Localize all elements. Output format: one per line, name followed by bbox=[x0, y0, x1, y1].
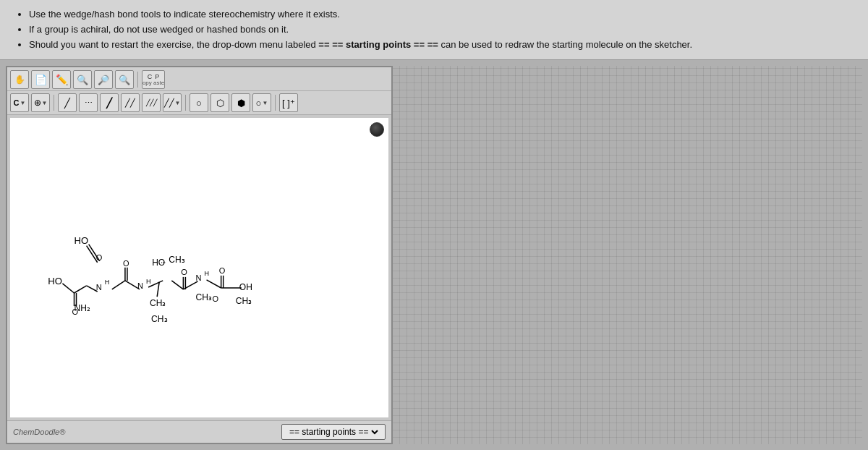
toolbar-row1: ✋ 📄 ✏️ 🔍 🔎 � bbox=[7, 67, 391, 91]
circle-icon: ○ bbox=[196, 98, 202, 109]
dotted-line-icon: ⋯ bbox=[85, 98, 93, 108]
shapes-icon: ○ bbox=[256, 98, 262, 109]
instructions-panel: Use the wedge/hash bond tools to indicat… bbox=[0, 0, 868, 60]
svg-text:O: O bbox=[96, 253, 103, 262]
starting-points-select[interactable]: == starting points == bbox=[286, 426, 380, 438]
bold-bond-button[interactable]: ╱ bbox=[100, 93, 119, 112]
canvas-footer: ChemDoodle® == starting points == bbox=[7, 420, 391, 443]
svg-text:O: O bbox=[219, 266, 226, 275]
draw-tool-button[interactable]: ✏️ bbox=[52, 70, 71, 89]
svg-line-28 bbox=[171, 281, 183, 289]
single-bond-icon: ╱ bbox=[64, 98, 70, 109]
plus-dropdown-button[interactable]: ⊕ ▼ bbox=[31, 93, 50, 112]
svg-text:,,,: ,,, bbox=[161, 258, 166, 264]
lasso-icon: 🔍 bbox=[77, 75, 88, 85]
shapes-dropdown-button[interactable]: ○ ▼ bbox=[252, 93, 271, 112]
plus-dropdown-arrow: ▼ bbox=[42, 100, 48, 106]
svg-text:HO: HO bbox=[75, 235, 89, 246]
right-panel bbox=[393, 66, 862, 444]
magnify-icon: 🔎 bbox=[98, 75, 109, 85]
plus-icon: ⊕ bbox=[34, 98, 41, 108]
hexagon-icon: ⬢ bbox=[237, 98, 245, 109]
separator-3 bbox=[185, 95, 186, 111]
separator-4 bbox=[275, 95, 276, 111]
svg-text:O: O bbox=[213, 294, 219, 303]
magnify-tool-button[interactable]: 🔎 bbox=[94, 70, 113, 89]
bond-dropdown-arrow: ▼ bbox=[175, 100, 181, 106]
pentagon-shape-button[interactable]: ⬡ bbox=[210, 93, 229, 112]
bond-type-icon: ╱╱ bbox=[164, 98, 174, 108]
chemdoodle-watermark: ChemDoodle® bbox=[13, 428, 65, 436]
svg-line-17 bbox=[112, 281, 125, 289]
hand-icon: ✋ bbox=[14, 75, 25, 85]
bond-type-dropdown-button[interactable]: ╱╱ ▼ bbox=[163, 93, 182, 112]
separator-2 bbox=[54, 95, 54, 111]
hand-tool-button[interactable]: ✋ bbox=[10, 70, 29, 89]
svg-text:N: N bbox=[195, 273, 201, 282]
shapes-dropdown-arrow: ▼ bbox=[262, 100, 268, 106]
svg-line-37 bbox=[207, 280, 221, 288]
svg-text:H: H bbox=[105, 279, 110, 286]
double-bond-button[interactable]: ╱╱ bbox=[121, 93, 140, 112]
triple-bond-icon: ╱╱╱ bbox=[146, 99, 157, 106]
svg-text:CH₃: CH₃ bbox=[169, 255, 184, 265]
double-bond-icon: ╱╱ bbox=[125, 98, 135, 108]
svg-text:N: N bbox=[137, 281, 143, 290]
single-bond-button[interactable]: ╱ bbox=[58, 93, 77, 112]
carbon-label: C bbox=[14, 98, 20, 107]
carbon-dropdown-arrow: ▼ bbox=[20, 100, 26, 106]
pencil-icon: ✏️ bbox=[56, 74, 68, 85]
triple-bond-button[interactable]: ╱╱╱ bbox=[142, 93, 161, 112]
svg-text:NH₂: NH₂ bbox=[75, 304, 90, 314]
toolbar-row1-icons: ✋ 📄 ✏️ 🔍 🔎 � bbox=[10, 70, 165, 89]
pentagon-icon: ⬡ bbox=[216, 98, 224, 109]
svg-text:CH₃: CH₃ bbox=[236, 296, 252, 306]
carbon-dropdown-button[interactable]: C ▼ bbox=[10, 93, 29, 112]
svg-text:CH₃: CH₃ bbox=[150, 299, 166, 309]
copy-paste-label-bottom: opy aste bbox=[142, 80, 164, 86]
bracket-button[interactable]: [ ]⁺ bbox=[279, 93, 298, 112]
lasso-tool-button[interactable]: 🔍 bbox=[73, 70, 92, 89]
svg-text:N: N bbox=[96, 283, 102, 292]
dotted-line-button[interactable]: ⋯ bbox=[79, 93, 98, 112]
svg-line-5 bbox=[62, 284, 74, 293]
copy-paste-button[interactable]: C P opy aste bbox=[142, 70, 165, 89]
separator-1 bbox=[137, 72, 138, 88]
sketcher-container: ✋ 📄 ✏️ 🔍 🔎 � bbox=[6, 66, 393, 444]
molecule-canvas[interactable]: HO O HO O N H NH₂ bbox=[10, 118, 388, 417]
bold-bond-icon: ╱ bbox=[106, 98, 112, 109]
svg-text:H: H bbox=[146, 278, 151, 285]
hexagon-shape-button[interactable]: ⬢ bbox=[231, 93, 250, 112]
svg-text:CH₃: CH₃ bbox=[151, 315, 167, 325]
molecule-svg: HO O HO O N H NH₂ bbox=[10, 118, 388, 417]
circle-shape-button[interactable]: ○ bbox=[190, 93, 208, 112]
svg-line-26 bbox=[157, 282, 159, 297]
svg-text:O: O bbox=[181, 268, 187, 276]
svg-text:CH₃: CH₃ bbox=[195, 292, 211, 302]
toolbar-row2: C ▼ ⊕ ▼ ╱ ⋯ ╱ ╱╱ bbox=[7, 91, 391, 115]
svg-text:OH: OH bbox=[239, 282, 252, 292]
document-tool-button[interactable]: 📄 bbox=[31, 70, 50, 89]
search-icon: 🔍 bbox=[119, 75, 130, 85]
bracket-icon: [ ]⁺ bbox=[282, 98, 295, 109]
document-icon: 📄 bbox=[35, 74, 47, 85]
svg-text:H: H bbox=[205, 270, 210, 277]
svg-line-9 bbox=[75, 286, 87, 293]
svg-text:O: O bbox=[123, 259, 129, 268]
starting-points-dropdown[interactable]: == starting points == bbox=[281, 424, 386, 440]
instruction-2: If a group is achiral, do not use wedged… bbox=[29, 22, 854, 38]
main-area: ✋ 📄 ✏️ 🔍 🔎 � bbox=[0, 60, 868, 450]
instruction-1: Use the wedge/hash bond tools to indicat… bbox=[29, 7, 854, 22]
instruction-3: Should you want to restart the exercise,… bbox=[29, 38, 854, 53]
search-tool-button[interactable]: 🔍 bbox=[115, 70, 134, 89]
svg-text:HO: HO bbox=[48, 276, 62, 286]
